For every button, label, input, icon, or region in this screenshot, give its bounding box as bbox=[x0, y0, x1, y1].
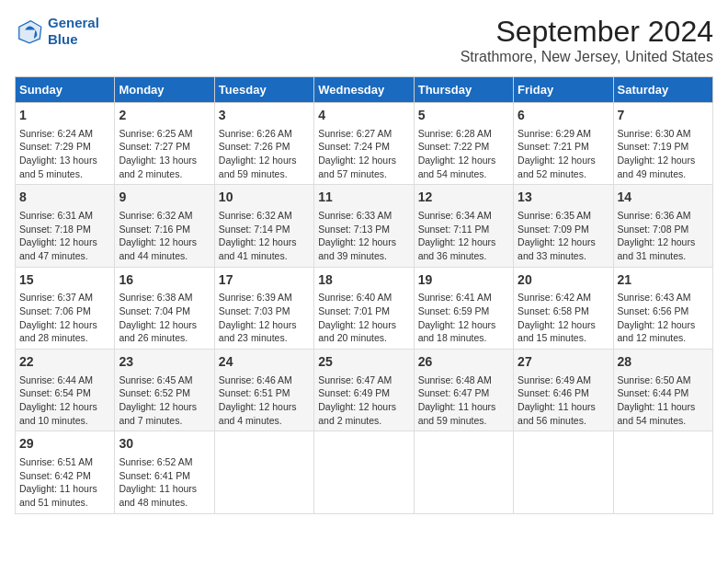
week-row-2: 8Sunrise: 6:31 AM Sunset: 7:18 PM Daylig… bbox=[16, 185, 713, 267]
day-info: Sunrise: 6:39 AM Sunset: 7:03 PM Dayligh… bbox=[219, 291, 310, 345]
calendar-cell bbox=[613, 431, 712, 513]
day-number: 16 bbox=[119, 271, 210, 290]
day-number: 27 bbox=[518, 353, 609, 372]
calendar-cell: 24Sunrise: 6:46 AM Sunset: 6:51 PM Dayli… bbox=[214, 350, 313, 431]
day-number: 15 bbox=[19, 271, 110, 290]
day-number: 4 bbox=[318, 107, 409, 125]
column-header-sunday: Sunday bbox=[16, 77, 115, 103]
week-row-4: 22Sunrise: 6:44 AM Sunset: 6:54 PM Dayli… bbox=[16, 350, 713, 431]
calendar-cell: 23Sunrise: 6:45 AM Sunset: 6:52 PM Dayli… bbox=[115, 350, 214, 431]
calendar-cell: 9Sunrise: 6:32 AM Sunset: 7:16 PM Daylig… bbox=[115, 185, 214, 267]
day-info: Sunrise: 6:27 AM Sunset: 7:24 PM Dayligh… bbox=[318, 127, 409, 181]
calendar-cell: 17Sunrise: 6:39 AM Sunset: 7:03 PM Dayli… bbox=[214, 267, 313, 349]
day-info: Sunrise: 6:35 AM Sunset: 7:09 PM Dayligh… bbox=[518, 209, 609, 263]
calendar-cell: 25Sunrise: 6:47 AM Sunset: 6:49 PM Dayli… bbox=[314, 350, 414, 431]
day-number: 22 bbox=[19, 353, 110, 372]
day-number: 5 bbox=[418, 107, 509, 125]
day-number: 6 bbox=[518, 107, 609, 125]
calendar-table: SundayMondayTuesdayWednesdayThursdayFrid… bbox=[15, 76, 713, 514]
day-info: Sunrise: 6:43 AM Sunset: 6:56 PM Dayligh… bbox=[618, 291, 709, 345]
calendar-cell: 4Sunrise: 6:27 AM Sunset: 7:24 PM Daylig… bbox=[314, 103, 414, 185]
day-info: Sunrise: 6:34 AM Sunset: 7:11 PM Dayligh… bbox=[418, 209, 509, 263]
day-number: 30 bbox=[119, 435, 210, 454]
calendar-cell: 10Sunrise: 6:32 AM Sunset: 7:14 PM Dayli… bbox=[214, 185, 313, 267]
calendar-cell: 27Sunrise: 6:49 AM Sunset: 6:46 PM Dayli… bbox=[514, 350, 613, 431]
day-number: 13 bbox=[518, 189, 609, 207]
calendar-cell: 16Sunrise: 6:38 AM Sunset: 7:04 PM Dayli… bbox=[115, 267, 214, 349]
calendar-cell bbox=[414, 431, 513, 513]
calendar-cell: 3Sunrise: 6:26 AM Sunset: 7:26 PM Daylig… bbox=[214, 103, 313, 185]
logo-icon bbox=[15, 17, 44, 46]
calendar-cell: 5Sunrise: 6:28 AM Sunset: 7:22 PM Daylig… bbox=[414, 103, 513, 185]
calendar-subtitle: Strathmore, New Jersey, United States bbox=[461, 49, 713, 65]
day-info: Sunrise: 6:33 AM Sunset: 7:13 PM Dayligh… bbox=[318, 209, 409, 263]
day-info: Sunrise: 6:41 AM Sunset: 6:59 PM Dayligh… bbox=[418, 291, 509, 345]
day-info: Sunrise: 6:50 AM Sunset: 6:44 PM Dayligh… bbox=[618, 373, 709, 428]
day-number: 2 bbox=[119, 107, 210, 125]
calendar-cell: 20Sunrise: 6:42 AM Sunset: 6:58 PM Dayli… bbox=[514, 267, 613, 349]
day-number: 19 bbox=[418, 271, 509, 290]
calendar-cell: 7Sunrise: 6:30 AM Sunset: 7:19 PM Daylig… bbox=[613, 103, 712, 185]
day-info: Sunrise: 6:40 AM Sunset: 7:01 PM Dayligh… bbox=[318, 291, 409, 345]
day-info: Sunrise: 6:47 AM Sunset: 6:49 PM Dayligh… bbox=[318, 373, 409, 428]
calendar-cell bbox=[514, 431, 613, 513]
calendar-title: September 2024 bbox=[461, 15, 713, 49]
calendar-cell bbox=[214, 431, 313, 513]
day-info: Sunrise: 6:48 AM Sunset: 6:47 PM Dayligh… bbox=[418, 373, 509, 428]
day-info: Sunrise: 6:29 AM Sunset: 7:21 PM Dayligh… bbox=[518, 127, 609, 181]
calendar-cell: 12Sunrise: 6:34 AM Sunset: 7:11 PM Dayli… bbox=[414, 185, 513, 267]
page-header: General Blue September 2024 Strathmore, … bbox=[15, 15, 713, 65]
calendar-cell: 30Sunrise: 6:52 AM Sunset: 6:41 PM Dayli… bbox=[115, 431, 214, 513]
column-header-wednesday: Wednesday bbox=[314, 77, 414, 103]
day-info: Sunrise: 6:37 AM Sunset: 7:06 PM Dayligh… bbox=[19, 291, 110, 345]
calendar-cell: 11Sunrise: 6:33 AM Sunset: 7:13 PM Dayli… bbox=[314, 185, 414, 267]
calendar-cell: 21Sunrise: 6:43 AM Sunset: 6:56 PM Dayli… bbox=[613, 267, 712, 349]
day-number: 12 bbox=[418, 189, 509, 207]
day-number: 14 bbox=[618, 189, 709, 207]
week-row-3: 15Sunrise: 6:37 AM Sunset: 7:06 PM Dayli… bbox=[16, 267, 713, 349]
day-number: 25 bbox=[318, 353, 409, 372]
day-number: 3 bbox=[219, 107, 310, 125]
calendar-cell: 26Sunrise: 6:48 AM Sunset: 6:47 PM Dayli… bbox=[414, 350, 513, 431]
logo: General Blue bbox=[15, 15, 99, 48]
calendar-cell: 28Sunrise: 6:50 AM Sunset: 6:44 PM Dayli… bbox=[613, 350, 712, 431]
column-header-monday: Monday bbox=[115, 77, 214, 103]
column-header-tuesday: Tuesday bbox=[214, 77, 313, 103]
calendar-cell: 19Sunrise: 6:41 AM Sunset: 6:59 PM Dayli… bbox=[414, 267, 513, 349]
day-info: Sunrise: 6:32 AM Sunset: 7:16 PM Dayligh… bbox=[119, 209, 210, 263]
calendar-cell: 14Sunrise: 6:36 AM Sunset: 7:08 PM Dayli… bbox=[613, 185, 712, 267]
day-number: 18 bbox=[318, 271, 409, 290]
day-number: 17 bbox=[219, 271, 310, 290]
calendar-cell: 1Sunrise: 6:24 AM Sunset: 7:29 PM Daylig… bbox=[16, 103, 115, 185]
week-row-5: 29Sunrise: 6:51 AM Sunset: 6:42 PM Dayli… bbox=[16, 431, 713, 513]
calendar-cell: 22Sunrise: 6:44 AM Sunset: 6:54 PM Dayli… bbox=[16, 350, 115, 431]
day-number: 20 bbox=[518, 271, 609, 290]
day-number: 21 bbox=[618, 271, 709, 290]
day-number: 23 bbox=[119, 353, 210, 372]
day-number: 1 bbox=[19, 107, 110, 125]
day-info: Sunrise: 6:24 AM Sunset: 7:29 PM Dayligh… bbox=[19, 127, 110, 181]
calendar-cell: 15Sunrise: 6:37 AM Sunset: 7:06 PM Dayli… bbox=[16, 267, 115, 349]
calendar-cell: 18Sunrise: 6:40 AM Sunset: 7:01 PM Dayli… bbox=[314, 267, 414, 349]
day-info: Sunrise: 6:52 AM Sunset: 6:41 PM Dayligh… bbox=[119, 455, 210, 510]
day-info: Sunrise: 6:38 AM Sunset: 7:04 PM Dayligh… bbox=[119, 291, 210, 345]
day-info: Sunrise: 6:45 AM Sunset: 6:52 PM Dayligh… bbox=[119, 373, 210, 428]
column-header-friday: Friday bbox=[514, 77, 613, 103]
day-info: Sunrise: 6:44 AM Sunset: 6:54 PM Dayligh… bbox=[19, 373, 110, 428]
column-header-thursday: Thursday bbox=[414, 77, 513, 103]
day-number: 24 bbox=[219, 353, 310, 372]
day-info: Sunrise: 6:42 AM Sunset: 6:58 PM Dayligh… bbox=[518, 291, 609, 345]
day-info: Sunrise: 6:26 AM Sunset: 7:26 PM Dayligh… bbox=[219, 127, 310, 181]
calendar-cell: 2Sunrise: 6:25 AM Sunset: 7:27 PM Daylig… bbox=[115, 103, 214, 185]
day-number: 28 bbox=[618, 353, 709, 372]
week-row-1: 1Sunrise: 6:24 AM Sunset: 7:29 PM Daylig… bbox=[16, 103, 713, 185]
header-row: SundayMondayTuesdayWednesdayThursdayFrid… bbox=[16, 77, 713, 103]
calendar-cell: 29Sunrise: 6:51 AM Sunset: 6:42 PM Dayli… bbox=[16, 431, 115, 513]
day-info: Sunrise: 6:32 AM Sunset: 7:14 PM Dayligh… bbox=[219, 209, 310, 263]
day-info: Sunrise: 6:46 AM Sunset: 6:51 PM Dayligh… bbox=[219, 373, 310, 428]
calendar-cell: 13Sunrise: 6:35 AM Sunset: 7:09 PM Dayli… bbox=[514, 185, 613, 267]
title-block: September 2024 Strathmore, New Jersey, U… bbox=[461, 15, 713, 65]
day-info: Sunrise: 6:49 AM Sunset: 6:46 PM Dayligh… bbox=[518, 373, 609, 428]
logo-text: General Blue bbox=[48, 15, 99, 48]
column-header-saturday: Saturday bbox=[613, 77, 712, 103]
